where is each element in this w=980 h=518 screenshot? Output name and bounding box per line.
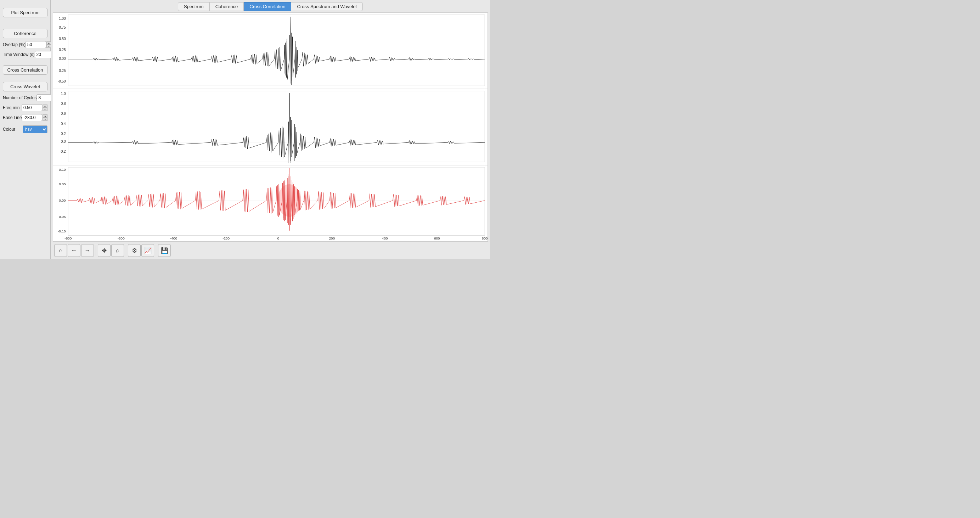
chart-middle-svg: 1.0 0.8 0.6 0.4 0.2 0.0 -0.2 xyxy=(53,89,487,165)
base-line-label: Base Line xyxy=(3,115,22,120)
base-line-stepper: ▲ ▼ xyxy=(43,114,48,121)
pan-btn[interactable]: ✥ xyxy=(98,244,111,257)
tab-cross-spectrum-wavelet[interactable]: Cross Spectrum and Wavelet xyxy=(291,2,363,11)
tab-bar: Spectrum Coherence Cross Correlation Cro… xyxy=(51,0,490,13)
svg-text:200: 200 xyxy=(329,236,335,240)
base-line-input[interactable] xyxy=(22,114,42,121)
chart-bottom-panel: 0.10 0.05 0.00 -0.05 -0.10 -800 -600 -40… xyxy=(53,165,487,241)
freq-min-stepper: ▲ ▼ xyxy=(43,105,48,111)
svg-text:0.75: 0.75 xyxy=(59,25,66,29)
svg-text:400: 400 xyxy=(382,236,388,240)
overlap-input[interactable] xyxy=(25,41,46,48)
svg-text:0.4: 0.4 xyxy=(61,122,66,126)
svg-text:-0.10: -0.10 xyxy=(58,229,66,233)
svg-text:0.50: 0.50 xyxy=(59,37,66,41)
svg-text:0.0: 0.0 xyxy=(61,140,66,144)
cross-correlation-btn[interactable]: Cross Correlation xyxy=(3,65,48,75)
freq-min-input[interactable] xyxy=(22,104,42,111)
main-panel: Spectrum Coherence Cross Correlation Cro… xyxy=(51,0,490,259)
svg-text:-200: -200 xyxy=(223,236,229,240)
colour-label: Colour xyxy=(3,127,15,132)
svg-text:0: 0 xyxy=(277,236,279,240)
num-cycles-label: Number of Cycles xyxy=(3,95,37,100)
toolbar-divider-2 xyxy=(126,246,126,256)
settings-btn[interactable]: ⚙ xyxy=(128,244,141,257)
svg-text:600: 600 xyxy=(434,236,440,240)
overlap-label: Overlap (%) xyxy=(3,42,25,47)
svg-text:1.0: 1.0 xyxy=(61,92,66,96)
svg-text:0.10: 0.10 xyxy=(59,168,66,172)
coherence-btn[interactable]: Coherence xyxy=(3,29,48,38)
svg-text:-0.25: -0.25 xyxy=(58,69,66,73)
freq-min-up[interactable]: ▲ xyxy=(43,105,48,108)
plot-spectrum-btn[interactable]: Plot Spectrum xyxy=(3,8,48,17)
svg-rect-17 xyxy=(68,91,485,162)
svg-text:800: 800 xyxy=(482,236,487,240)
save-btn[interactable]: 💾 xyxy=(158,244,171,257)
freq-min-down[interactable]: ▼ xyxy=(43,108,48,111)
toolbar-divider-1 xyxy=(95,246,96,256)
svg-rect-7 xyxy=(68,15,485,86)
svg-text:-0.05: -0.05 xyxy=(58,215,66,219)
chart-top-svg: 1.00 0.75 0.50 0.25 0.00 -0.25 -0.50 xyxy=(53,13,487,89)
svg-text:0.25: 0.25 xyxy=(59,48,66,52)
tab-coherence[interactable]: Coherence xyxy=(210,2,244,11)
tab-cross-correlation[interactable]: Cross Correlation xyxy=(244,2,291,11)
base-line-down[interactable]: ▼ xyxy=(43,118,48,121)
chart-bottom-svg: 0.10 0.05 0.00 -0.05 -0.10 -800 -600 -40… xyxy=(53,165,487,241)
sidebar: Plot Spectrum Coherence Overlap (%) ▲ ▼ … xyxy=(0,0,51,259)
forward-btn[interactable]: → xyxy=(81,244,94,257)
svg-text:0.2: 0.2 xyxy=(61,132,66,136)
back-btn[interactable]: ← xyxy=(68,244,80,257)
toolbar-divider-3 xyxy=(156,246,156,256)
chart-top-panel: 1.00 0.75 0.50 0.25 0.00 -0.25 -0.50 xyxy=(53,13,487,89)
svg-text:-400: -400 xyxy=(170,236,177,240)
chart-btn[interactable]: 📈 xyxy=(142,244,154,257)
svg-text:-800: -800 xyxy=(64,236,72,240)
svg-text:0.6: 0.6 xyxy=(61,112,66,116)
base-line-up[interactable]: ▲ xyxy=(43,114,48,118)
svg-text:0.00: 0.00 xyxy=(59,199,66,202)
svg-text:1.00: 1.00 xyxy=(59,17,66,21)
freq-min-label: Freq min xyxy=(3,105,19,110)
svg-text:0.8: 0.8 xyxy=(61,102,66,106)
chart-middle-panel: 1.0 0.8 0.6 0.4 0.2 0.0 -0.2 xyxy=(53,89,487,165)
cross-wavelet-btn[interactable]: Cross Wavelet xyxy=(3,82,48,91)
svg-rect-25 xyxy=(68,167,485,235)
svg-text:-0.2: -0.2 xyxy=(59,150,66,154)
svg-text:0.05: 0.05 xyxy=(59,182,66,186)
zoom-btn[interactable]: ⌕ xyxy=(111,244,124,257)
svg-text:-0.50: -0.50 xyxy=(58,79,66,83)
svg-text:-600: -600 xyxy=(118,236,125,240)
tab-spectrum[interactable]: Spectrum xyxy=(178,2,210,11)
chart-area: 1.00 0.75 0.50 0.25 0.00 -0.25 -0.50 xyxy=(53,13,488,242)
svg-text:0.00: 0.00 xyxy=(59,57,66,60)
home-btn[interactable]: ⌂ xyxy=(54,244,67,257)
toolbar: ⌂ ← → ✥ ⌕ ⚙ 📈 💾 xyxy=(51,242,490,259)
colour-select[interactable]: hsv jet viridis xyxy=(23,126,48,133)
time-window-label: Time Window (s) xyxy=(3,52,35,57)
